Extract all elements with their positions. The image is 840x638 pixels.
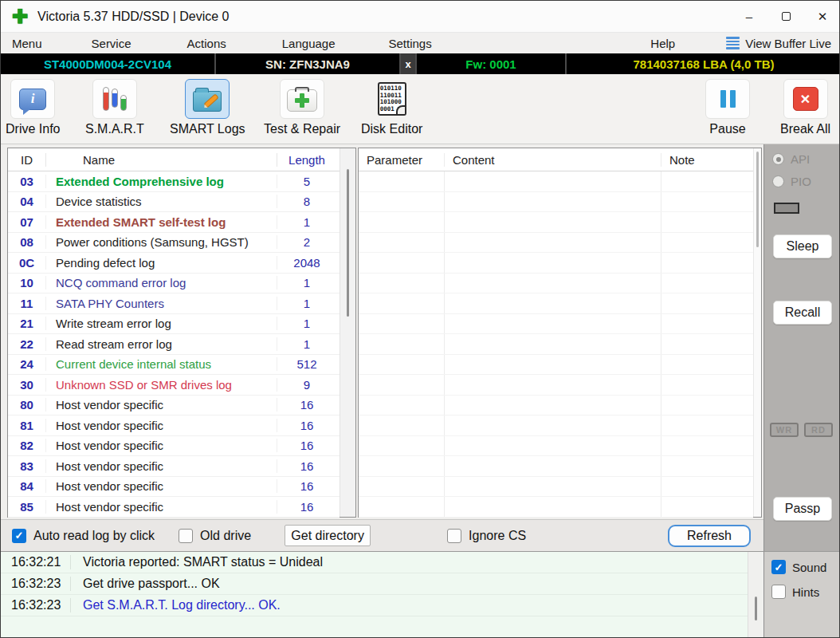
- scrollbar-thumb[interactable]: [755, 597, 757, 620]
- info-bubble-icon: i: [19, 89, 46, 110]
- table-row[interactable]: 21Write stream error log1: [8, 314, 340, 335]
- drive-info-button[interactable]: i Drive Info: [6, 79, 60, 136]
- log-name-cell: Host vendor specific: [46, 479, 277, 493]
- table-row[interactable]: 83Host vendor specific16: [8, 456, 340, 477]
- table-row[interactable]: 30Unknown SSD or SMR drives log9: [8, 375, 340, 396]
- header-content[interactable]: Content: [445, 153, 661, 167]
- sound-checkbox[interactable]: ✓ Sound: [771, 560, 826, 574]
- menu-item-service[interactable]: Service: [87, 35, 136, 52]
- log-id-cell: 10: [8, 276, 46, 289]
- pio-radio[interactable]: PIO: [772, 175, 811, 188]
- scrollbar-thumb[interactable]: [347, 169, 349, 317]
- table-row[interactable]: 10NCQ command error log1: [8, 274, 340, 294]
- rd-button[interactable]: RD: [804, 423, 833, 437]
- header-length[interactable]: Length: [277, 153, 336, 167]
- header-name[interactable]: Name: [46, 153, 277, 167]
- api-radio[interactable]: API: [772, 152, 810, 166]
- auto-read-checkbox[interactable]: ✓ Auto read log by click: [12, 529, 155, 543]
- smart-button[interactable]: S.M.A.R.T: [85, 79, 144, 136]
- log-name-cell: Host vendor specific: [46, 439, 277, 452]
- scrollbar-thumb[interactable]: [756, 152, 759, 247]
- table-row[interactable]: 22Read stream error log1: [8, 334, 340, 355]
- smart-logs-button[interactable]: SMART Logs: [170, 79, 245, 136]
- log-table-header: ID Name Length: [8, 148, 340, 171]
- empty-table-row: [359, 192, 753, 213]
- device-bar-close-button[interactable]: x: [401, 53, 417, 74]
- pause-icon: [720, 90, 736, 108]
- empty-table-row: [359, 355, 753, 376]
- log-name-cell: Unknown SSD or SMR drives log: [46, 378, 277, 392]
- table-row[interactable]: 84Host vendor specific16: [8, 477, 340, 498]
- empty-table-row: [359, 477, 753, 498]
- wr-button[interactable]: WR: [770, 423, 799, 437]
- empty-table-row: [359, 274, 753, 294]
- sleep-button[interactable]: Sleep: [773, 234, 832, 258]
- param-table-scrollbar[interactable]: [753, 148, 761, 517]
- menu-item-language[interactable]: Language: [277, 35, 340, 52]
- log-length-cell: 16: [277, 439, 336, 452]
- menu-item-menu[interactable]: Menu: [7, 35, 47, 52]
- hints-checkbox[interactable]: Hints: [771, 585, 819, 599]
- minimize-button[interactable]: –: [731, 1, 767, 33]
- smart-log-table-body: 03Extended Comprehensive log504Device st…: [8, 171, 340, 518]
- menu-item-help[interactable]: Help: [646, 35, 680, 52]
- log-entry: 16:32:23Get drive passport... OK: [1, 573, 748, 595]
- get-directory-button[interactable]: Get directory: [285, 525, 371, 546]
- header-note[interactable]: Note: [661, 153, 753, 167]
- table-row[interactable]: 82Host vendor specific16: [8, 436, 340, 457]
- table-row[interactable]: 04Device statistics8: [8, 192, 340, 213]
- table-row[interactable]: 03Extended Comprehensive log5: [8, 171, 340, 192]
- bottom-right-panel: ✓ Sound Hints: [763, 551, 840, 638]
- maximize-button[interactable]: [767, 1, 804, 33]
- log-id-cell: 04: [8, 195, 46, 208]
- log-length-cell: 1: [277, 297, 336, 310]
- pause-button[interactable]: Pause: [705, 79, 750, 136]
- log-length-cell: 8: [277, 195, 336, 208]
- maximize-icon: [782, 12, 791, 21]
- log-length-cell: 5: [277, 175, 336, 188]
- log-length-cell: 16: [277, 419, 336, 432]
- log-name-cell: Extended Comprehensive log: [46, 175, 277, 188]
- view-buffer-live-button[interactable]: View Buffer Live: [726, 37, 831, 50]
- buffer-list-icon: [726, 37, 740, 49]
- table-row[interactable]: 07Extended SMART self-test log1: [8, 212, 340, 233]
- table-row[interactable]: 80Host vendor specific16: [8, 396, 340, 416]
- header-parameter[interactable]: Parameter: [359, 153, 445, 167]
- disk-editor-button[interactable]: 010110 110011 101000 0001 Disk Editor: [361, 79, 422, 136]
- log-length-cell: 2048: [277, 256, 336, 270]
- table-row[interactable]: 0CPending defect log2048: [8, 253, 340, 274]
- empty-table-row: [359, 436, 753, 457]
- table-row[interactable]: 08Power conditions (Samsung, HGST)2: [8, 233, 340, 254]
- recall-button[interactable]: Recall: [773, 301, 832, 325]
- table-row[interactable]: 24Current device internal status512: [8, 355, 340, 376]
- param-table-body: [359, 171, 753, 518]
- break-all-button[interactable]: ✕ Break All: [780, 79, 830, 136]
- test-repair-button[interactable]: Test & Repair: [264, 79, 340, 136]
- log-entry: 16:32:23Get S.M.A.R.T. Log directory... …: [1, 595, 748, 616]
- log-name-cell: Host vendor specific: [46, 398, 277, 412]
- ignore-cs-checkbox[interactable]: Ignore CS: [447, 529, 526, 543]
- passport-button[interactable]: Passp: [773, 497, 832, 521]
- table-row[interactable]: 81Host vendor specific16: [8, 415, 340, 436]
- menu-item-actions[interactable]: Actions: [183, 35, 231, 52]
- table-row[interactable]: 11SATA PHY Counters1: [8, 293, 340, 314]
- log-id-cell: 21: [8, 317, 46, 330]
- empty-table-row: [359, 415, 753, 436]
- empty-table-row: [359, 293, 753, 314]
- refresh-button[interactable]: Refresh: [668, 525, 751, 547]
- table-row[interactable]: 85Host vendor specific16: [8, 497, 340, 518]
- close-button[interactable]: ✕: [804, 1, 840, 33]
- header-id[interactable]: ID: [8, 153, 46, 167]
- log-length-cell: 1: [277, 337, 336, 351]
- log-scrollbar[interactable]: [748, 552, 763, 638]
- log-length-cell: 512: [277, 357, 336, 371]
- old-drive-checkbox[interactable]: Old drive: [179, 529, 251, 543]
- empty-table-row: [359, 171, 753, 192]
- right-sidebar: API PIO Sleep Recall WR RD Passp: [763, 144, 840, 551]
- checkbox-unchecked-icon: [179, 529, 193, 543]
- menu-item-settings[interactable]: Settings: [384, 35, 437, 52]
- empty-table-row: [359, 212, 753, 233]
- log-table-scrollbar[interactable]: [340, 148, 355, 517]
- log-length-cell: 16: [277, 479, 336, 493]
- test-tubes-icon: [103, 87, 127, 111]
